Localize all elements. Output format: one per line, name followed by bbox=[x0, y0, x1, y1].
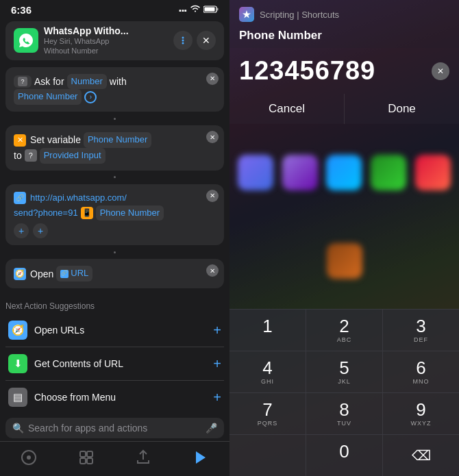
open-urls-label: Open URLs bbox=[34, 325, 213, 336]
key-0[interactable]: 0 bbox=[306, 435, 383, 476]
tab-play[interactable] bbox=[190, 447, 211, 468]
delete-icon: ⌫ bbox=[412, 447, 431, 464]
number-display: 123456789 bbox=[239, 56, 375, 86]
open-urls-icon: 🧭 bbox=[8, 321, 27, 340]
search-input[interactable]: Search for apps and actions bbox=[28, 423, 201, 434]
cancel-button[interactable]: Cancel bbox=[230, 94, 345, 124]
open-label: Open bbox=[30, 266, 53, 281]
key-3[interactable]: 3 DEF bbox=[383, 310, 459, 351]
question-icon: ? bbox=[18, 77, 27, 86]
add-choose-menu-button[interactable]: + bbox=[213, 390, 221, 405]
url-row: 🔗 http://api.whatsapp.com/ bbox=[14, 191, 216, 205]
suggestion-get-contents[interactable]: ⬇ Get Contents of URL + bbox=[5, 347, 224, 381]
svg-rect-1 bbox=[217, 8, 219, 10]
phone-icon-small: 📱 bbox=[81, 207, 93, 219]
blurred-app-3 bbox=[326, 155, 362, 190]
add-param-button-1[interactable]: + bbox=[14, 223, 29, 238]
key-2-number: 2 bbox=[339, 317, 349, 335]
url-row2: send?phone=91 📱 Phone Number bbox=[14, 205, 216, 221]
keypad-row-2: 4 GHI 5 JKL 6 MNO bbox=[230, 351, 459, 392]
svg-point-7 bbox=[27, 455, 31, 460]
url-text2: send?phone=91 bbox=[14, 206, 78, 221]
key-1[interactable]: 1 bbox=[230, 310, 306, 351]
svg-point-4 bbox=[182, 40, 184, 42]
suggestion-open-urls[interactable]: 🧭 Open URLs + bbox=[5, 314, 224, 347]
url-badge-icon: 🔗 bbox=[60, 270, 69, 278]
settings-button[interactable] bbox=[173, 31, 193, 50]
key-6[interactable]: 6 MNO bbox=[383, 351, 459, 392]
remove-ask-button[interactable]: ✕ bbox=[206, 73, 219, 85]
compass-icon: 🧭 bbox=[14, 268, 26, 280]
right-content: Scripting | Shortcuts Phone Number 12345… bbox=[230, 0, 459, 476]
tab-1[interactable] bbox=[18, 447, 39, 468]
url-text[interactable]: http://api.whatsapp.com/ bbox=[30, 191, 127, 205]
key-0-number: 0 bbox=[339, 442, 349, 460]
close-button[interactable]: ✕ bbox=[197, 31, 216, 50]
keypad-row-4: 0 ⌫ bbox=[230, 434, 459, 476]
provided-input-badge[interactable]: Provided Input bbox=[40, 148, 106, 164]
mic-icon[interactable]: 🎤 bbox=[206, 423, 217, 434]
arrow-icon[interactable]: › bbox=[84, 91, 97, 103]
number-display-area: 123456789 ✕ bbox=[230, 48, 459, 94]
blurred-app-1 bbox=[238, 155, 273, 190]
remove-set-button[interactable]: ✕ bbox=[206, 131, 219, 143]
phone-number-row: Phone Number › bbox=[14, 89, 216, 105]
with-label: with bbox=[110, 74, 127, 89]
app-subtitle-1: Hey Siri, WhatsApp bbox=[44, 36, 168, 46]
choose-menu-icon: ▤ bbox=[8, 388, 27, 407]
to-label: to bbox=[14, 148, 22, 163]
key-2[interactable]: 2 ABC bbox=[306, 310, 383, 351]
set-variable-action: ✕ ✕ Set variable Phone Number to ? Provi… bbox=[5, 125, 224, 171]
ask-for-action: ✕ ? Ask for Number with Phone Number › bbox=[5, 67, 224, 112]
get-contents-label: Get Contents of URL bbox=[34, 358, 213, 369]
key-8[interactable]: 8 TUV bbox=[306, 393, 383, 434]
app-title-block: WhatsApp Witho... Hey Siri, WhatsApp Wit… bbox=[44, 25, 168, 56]
svg-rect-11 bbox=[87, 458, 92, 464]
url-badge[interactable]: 🔗 URL bbox=[56, 266, 92, 281]
key-delete[interactable]: ⌫ bbox=[383, 435, 459, 476]
set-variable-label: Set variable bbox=[30, 132, 81, 147]
open-row: 🧭 Open 🔗 URL bbox=[14, 266, 216, 281]
suggestions-section: Next Action Suggestions 🧭 Open URLs + ⬇ … bbox=[0, 299, 230, 415]
tab-2[interactable] bbox=[76, 447, 97, 468]
header-actions: ✕ bbox=[173, 31, 216, 50]
blurred-app-4 bbox=[371, 155, 406, 190]
remove-open-button[interactable]: ✕ bbox=[206, 264, 219, 277]
app-icons-row bbox=[230, 124, 459, 309]
key-7[interactable]: 7 PQRS bbox=[230, 393, 306, 434]
divider-1 bbox=[5, 116, 224, 121]
add-get-contents-button[interactable]: + bbox=[213, 356, 221, 372]
key-4[interactable]: 4 GHI bbox=[230, 351, 306, 392]
plus-buttons: + + bbox=[14, 223, 216, 238]
key-5-letters: JKL bbox=[338, 378, 351, 385]
ask-for-icon: ? bbox=[14, 75, 32, 88]
add-param-button-2[interactable]: + bbox=[33, 223, 48, 238]
key-empty bbox=[230, 435, 306, 476]
add-open-urls-button[interactable]: + bbox=[213, 323, 221, 338]
right-panel: Scripting | Shortcuts Phone Number 12345… bbox=[230, 0, 459, 476]
set-var-icon: ✕ bbox=[14, 134, 26, 147]
search-bar[interactable]: 🔍 Search for apps and actions 🎤 bbox=[5, 418, 224, 438]
signal-icon: ▪▪▪ bbox=[179, 6, 187, 14]
key-7-number: 7 bbox=[262, 401, 272, 418]
search-icon: 🔍 bbox=[12, 423, 24, 434]
svg-point-3 bbox=[182, 37, 184, 39]
bottom-tab-bar bbox=[0, 441, 230, 476]
tab-share[interactable] bbox=[133, 447, 153, 468]
phone-number-url-badge[interactable]: Phone Number bbox=[96, 205, 164, 221]
done-button[interactable]: Done bbox=[345, 94, 459, 124]
key-1-number: 1 bbox=[262, 317, 272, 335]
key-3-number: 3 bbox=[416, 317, 425, 335]
phone-number-var-badge[interactable]: Phone Number bbox=[84, 132, 151, 148]
provided-input-icon: ? bbox=[25, 149, 37, 162]
phone-number-badge[interactable]: Phone Number bbox=[14, 89, 82, 105]
key-2-letters: ABC bbox=[337, 336, 352, 343]
number-clear-button[interactable]: ✕ bbox=[432, 62, 449, 80]
app-title: WhatsApp Witho... bbox=[44, 25, 167, 36]
number-badge[interactable]: Number bbox=[67, 74, 107, 90]
remove-url-button[interactable]: ✕ bbox=[206, 190, 219, 202]
key-5[interactable]: 5 JKL bbox=[306, 351, 383, 392]
actions-area: ✕ ? Ask for Number with Phone Number › ✕… bbox=[0, 63, 230, 299]
key-9[interactable]: 9 WXYZ bbox=[383, 393, 459, 434]
suggestion-choose-menu[interactable]: ▤ Choose from Menu + bbox=[5, 381, 224, 414]
